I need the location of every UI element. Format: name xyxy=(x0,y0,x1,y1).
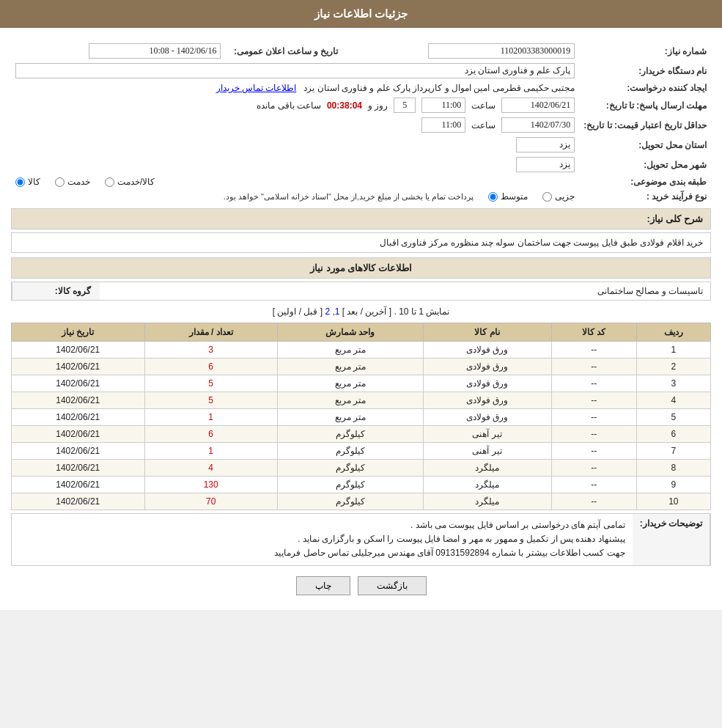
cell-code: -- xyxy=(551,342,636,359)
back-button[interactable]: بازگشت xyxy=(358,576,427,595)
request-number-value: 1102003383000019 xyxy=(428,43,575,59)
cell-date: 1402/06/21 xyxy=(12,493,145,510)
goods-group-label: گروه کالا: xyxy=(12,282,100,300)
pagination-text: نمايش 1 تا 10 . [ آخرين / بعد ] xyxy=(342,306,449,317)
cell-name: ورق فولادی xyxy=(423,392,551,409)
pagination-page-1[interactable]: 1 xyxy=(335,306,340,317)
col-header-date: تاريخ نياز xyxy=(12,323,145,342)
creator-contact-link[interactable]: اطلاعات تماس خريدار xyxy=(216,83,297,93)
cell-unit: متر مربع xyxy=(277,359,423,375)
col-header-name: نام کالا xyxy=(423,323,551,342)
page-header: جزئيات اطلاعات نياز xyxy=(0,0,722,28)
creator-label: ايجاد کننده درخواست: xyxy=(579,81,711,95)
reply-days-label: روز و xyxy=(368,100,388,111)
cell-row: 8 xyxy=(636,460,710,477)
col-header-code: کد کالا xyxy=(551,323,636,342)
cell-qty: 6 xyxy=(144,426,277,443)
cell-code: -- xyxy=(551,392,636,409)
reply-days-value: 5 xyxy=(394,98,416,113)
cell-name: میلگرد xyxy=(423,460,551,477)
cell-date: 1402/06/21 xyxy=(12,426,145,443)
table-row: 6--تیر آهنیکیلوگرم61402/06/21 xyxy=(12,426,711,443)
cell-row: 1 xyxy=(636,342,710,359)
col-header-unit: واحد شمارش xyxy=(277,323,423,342)
cell-row: 7 xyxy=(636,443,710,460)
province-value: يزد xyxy=(516,137,575,152)
page-title: جزئيات اطلاعات نياز xyxy=(314,7,408,20)
price-validity-time-label: ساعت xyxy=(471,120,496,130)
print-button[interactable]: چاپ xyxy=(296,576,350,595)
cell-unit: کیلوگرم xyxy=(277,477,423,493)
reply-date-value: 1402/06/21 xyxy=(501,98,575,113)
goods-info-title: اطلاعات کالاهای مورد نياز xyxy=(11,257,711,279)
table-row: 7--تیر آهنیکیلوگرم11402/06/21 xyxy=(12,443,711,460)
purchase-note: پرداخت تمام يا بخشی از مبلغ خريد,از محل … xyxy=(224,192,474,202)
cell-name: میلگرد xyxy=(423,477,551,493)
table-row: 4--ورق فولادیمتر مربع51402/06/21 xyxy=(12,392,711,409)
buyer-desc-line: جهت کسب اطلاعات بیشتر با شماره 091315928… xyxy=(19,546,625,560)
cell-name: ورق فولادی xyxy=(423,342,551,359)
buyer-desc-section: توضيحات خريدار: تمامی آیتم های درخواستی … xyxy=(11,513,711,566)
buyer-desc-line: پیشنهاد دهنده پس از تکمیل و ممهور به مهر… xyxy=(19,532,625,546)
creator-value: مجتبی حکیمی قطرمی امین اموال و کارپرداز … xyxy=(303,83,575,93)
cell-qty: 4 xyxy=(144,460,277,477)
cell-unit: کیلوگرم xyxy=(277,460,423,477)
cell-code: -- xyxy=(551,493,636,510)
request-number-label: شماره نياز: xyxy=(579,41,711,61)
cell-code: -- xyxy=(551,443,636,460)
category-option-both[interactable]: کالا/خدمت xyxy=(105,177,155,187)
col-header-qty: تعداد / مقدار xyxy=(144,323,277,342)
cell-unit: کیلوگرم xyxy=(277,426,423,443)
cell-qty: 1 xyxy=(144,443,277,460)
announce-date-value: 1402/06/16 - 10:08 xyxy=(89,43,221,59)
cell-code: -- xyxy=(551,477,636,493)
buyer-org-value: پارک علم و فناوری استان يزد xyxy=(15,63,575,78)
footer-buttons: بازگشت چاپ xyxy=(11,569,711,603)
price-validity-time: 11:00 xyxy=(421,117,465,133)
purchase-type-medium[interactable]: متوسط xyxy=(488,191,528,202)
cell-qty: 3 xyxy=(144,342,277,359)
pagination-page-2[interactable]: 2 xyxy=(325,306,330,317)
city-value: يزد xyxy=(516,157,575,172)
purchase-type-label: نوع فرآيند خريد : xyxy=(579,189,711,204)
cell-row: 3 xyxy=(636,375,710,392)
cell-row: 4 xyxy=(636,392,710,409)
cell-unit: متر مربع xyxy=(277,342,423,359)
pagination-bar: نمايش 1 تا 10 . [ آخرين / بعد ] 1, 2 [ ق… xyxy=(11,304,711,320)
cell-date: 1402/06/21 xyxy=(12,375,145,392)
cell-name: ورق فولادی xyxy=(423,409,551,426)
province-label: استان محل تحويل: xyxy=(579,135,711,155)
goods-group-row: تاسیسات و مصالح ساختمانی گروه کالا: xyxy=(11,282,711,301)
buyer-desc-line: تمامی آیتم های درخواستی بر اساس فایل پیو… xyxy=(19,518,625,532)
cell-date: 1402/06/21 xyxy=(12,460,145,477)
countdown-label: ساعت باقی مانده xyxy=(257,100,321,111)
cell-row: 10 xyxy=(636,493,710,510)
cell-date: 1402/06/21 xyxy=(12,443,145,460)
table-row: 5--ورق فولادیمتر مربع11402/06/21 xyxy=(12,409,711,426)
cell-name: تیر آهنی xyxy=(423,426,551,443)
cell-name: تیر آهنی xyxy=(423,443,551,460)
category-label: طبقه بندی موضوعی: xyxy=(579,174,711,189)
reply-deadline-label: مهلت ارسال پاسخ: تا تاريخ: xyxy=(579,95,711,115)
category-option-goods[interactable]: کالا xyxy=(15,177,40,187)
cell-code: -- xyxy=(551,460,636,477)
table-row: 8--میلگردکیلوگرم41402/06/21 xyxy=(12,460,711,477)
cell-row: 2 xyxy=(636,359,710,375)
reply-time-value: 11:00 xyxy=(421,98,465,113)
cell-name: میلگرد xyxy=(423,493,551,510)
table-row: 9--میلگردکیلوگرم1301402/06/21 xyxy=(12,477,711,493)
category-option-service[interactable]: خدمت xyxy=(55,177,90,187)
general-desc-content: خريد اقلام فولادی طبق فایل پیوست جهت ساخ… xyxy=(11,232,711,253)
reply-time-label: ساعت xyxy=(471,100,496,111)
cell-code: -- xyxy=(551,426,636,443)
cell-row: 9 xyxy=(636,477,710,493)
cell-qty: 6 xyxy=(144,359,277,375)
purchase-type-partial[interactable]: جزيی xyxy=(542,191,575,202)
cell-qty: 70 xyxy=(144,493,277,510)
cell-date: 1402/06/21 xyxy=(12,359,145,375)
table-row: 2--ورق فولادیمتر مربع61402/06/21 xyxy=(12,359,711,375)
cell-date: 1402/06/21 xyxy=(12,409,145,426)
cell-row: 6 xyxy=(636,426,710,443)
cell-code: -- xyxy=(551,375,636,392)
col-header-row: رديف xyxy=(636,323,710,342)
